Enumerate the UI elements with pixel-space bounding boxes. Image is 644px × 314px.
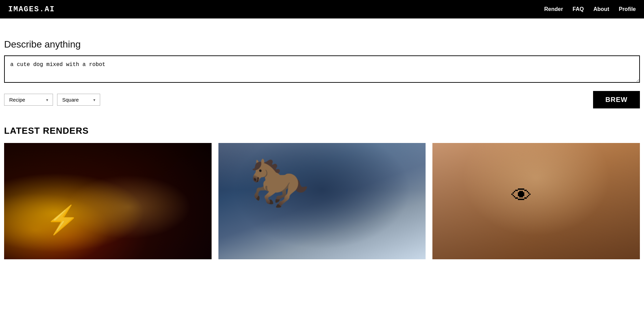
nav-link-render[interactable]: Render	[544, 6, 563, 12]
render-card-2[interactable]	[218, 143, 426, 259]
nav-link-profile[interactable]: Profile	[619, 6, 636, 12]
render-card-1[interactable]	[4, 143, 212, 259]
nav-item-about[interactable]: About	[593, 6, 609, 12]
size-dropdown[interactable]: Square Portrait Landscape Wide	[57, 94, 100, 106]
renders-grid	[4, 143, 640, 259]
render-image-2	[218, 143, 426, 259]
render-image-1	[4, 143, 212, 259]
nav-item-faq[interactable]: FAQ	[573, 6, 584, 12]
describe-label: Describe anything	[4, 39, 640, 50]
size-dropdown-wrapper: Square Portrait Landscape Wide	[57, 94, 100, 106]
main-content: Describe anything a cute dog mixed with …	[0, 18, 644, 259]
site-logo[interactable]: IMAGES.AI	[8, 5, 55, 14]
navbar: IMAGES.AI Render FAQ About Profile	[0, 0, 644, 18]
nav-link-faq[interactable]: FAQ	[573, 6, 584, 12]
nav-item-profile[interactable]: Profile	[619, 6, 636, 12]
dropdowns: Recipe Photorealistic Anime Digital Art …	[4, 94, 100, 106]
render-card-3[interactable]	[432, 143, 640, 259]
latest-renders-heading: LATEST RENDERS	[4, 126, 640, 136]
render-image-3	[432, 143, 640, 259]
nav-link-about[interactable]: About	[593, 6, 609, 12]
recipe-dropdown-wrapper: Recipe Photorealistic Anime Digital Art …	[4, 94, 53, 106]
nav-links: Render FAQ About Profile	[544, 6, 636, 12]
brew-button[interactable]: BREW	[593, 91, 640, 108]
controls-row: Recipe Photorealistic Anime Digital Art …	[4, 91, 640, 108]
recipe-dropdown[interactable]: Recipe Photorealistic Anime Digital Art …	[4, 94, 53, 106]
prompt-input[interactable]: a cute dog mixed with a robot	[4, 55, 640, 83]
nav-item-render[interactable]: Render	[544, 6, 563, 12]
